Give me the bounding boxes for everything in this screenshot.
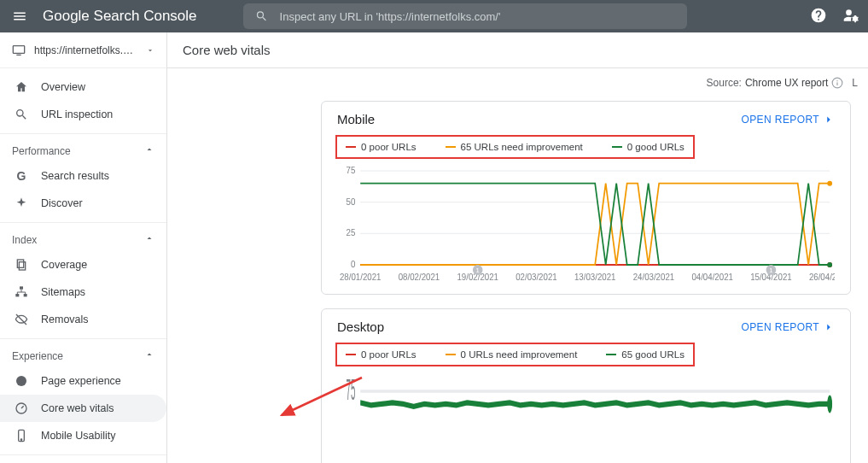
nav-heading-experience[interactable]: Experience <box>0 344 166 367</box>
svg-text:75: 75 <box>347 373 356 406</box>
svg-text:50: 50 <box>347 197 356 207</box>
card-title-mobile: Mobile <box>337 112 375 126</box>
chevron-up-icon <box>144 233 154 246</box>
nav-heading-index[interactable]: Index <box>0 228 166 251</box>
source-link[interactable]: Chrome UX report <box>745 77 828 89</box>
nav-core-web-vitals[interactable]: Core web vitals <box>0 395 166 422</box>
svg-point-45 <box>827 395 832 413</box>
legend-need: 65 URLs need improvement <box>446 142 583 152</box>
svg-rect-7 <box>15 294 19 296</box>
svg-rect-16 <box>837 82 838 85</box>
magnifier-icon <box>14 107 29 122</box>
svg-rect-2 <box>13 45 24 53</box>
nav-heading-performance[interactable]: Performance <box>0 139 166 162</box>
legend-good: 0 good URLs <box>612 142 684 152</box>
property-selector[interactable]: https://internetfolks.com/ <box>0 32 166 68</box>
nav-page-experience[interactable]: Page experience <box>0 367 166 395</box>
nav-url-inspection[interactable]: URL inspection <box>0 101 166 128</box>
svg-point-0 <box>846 9 852 15</box>
circle-plus-icon <box>14 373 29 389</box>
search-icon <box>255 9 268 23</box>
svg-point-10 <box>16 376 26 386</box>
svg-rect-6 <box>20 286 23 289</box>
svg-text:1: 1 <box>476 267 480 274</box>
phone-icon <box>14 428 29 443</box>
source-row: Source: Chrome UX report L <box>167 68 868 92</box>
chevron-right-icon <box>823 114 835 126</box>
svg-rect-5 <box>19 262 25 270</box>
svg-text:0: 0 <box>351 260 356 269</box>
page-title: Core web vitals <box>167 32 868 68</box>
svg-rect-4 <box>17 260 23 267</box>
svg-text:26/04/2021: 26/04/2021 <box>809 273 835 282</box>
svg-text:1: 1 <box>769 267 772 274</box>
svg-text:24/03/2021: 24/03/2021 <box>633 273 675 282</box>
svg-text:75: 75 <box>347 166 356 175</box>
sitemap-icon <box>14 284 29 300</box>
legend-mobile: 0 poor URLs 65 URLs need improvement 0 g… <box>335 135 695 159</box>
card-desktop: Desktop OPEN REPORT 0 poor URLs 0 URLs n… <box>321 308 851 463</box>
legend-need: 0 URLs need improvement <box>446 349 578 360</box>
sidebar: https://internetfolks.com/ Overview URL … <box>0 32 167 463</box>
help-icon[interactable] <box>810 7 827 26</box>
open-report-desktop[interactable]: OPEN REPORT <box>741 321 835 333</box>
svg-rect-3 <box>16 54 20 55</box>
dropdown-icon <box>146 46 154 55</box>
nav-mobile-usability[interactable]: Mobile Usability <box>0 422 166 449</box>
nav-removals[interactable]: Removals <box>0 306 166 333</box>
nav-sitemaps[interactable]: Sitemaps <box>0 278 166 306</box>
nav-overview[interactable]: Overview <box>0 73 166 101</box>
chevron-up-icon <box>144 144 154 157</box>
svg-point-13 <box>20 439 21 440</box>
legend-good: 65 good URLs <box>606 349 684 360</box>
open-report-mobile[interactable]: OPEN REPORT <box>741 114 835 126</box>
top-bar: Google Search Console <box>0 0 868 32</box>
card-title-desktop: Desktop <box>337 319 384 334</box>
svg-text:02/03/2021: 02/03/2021 <box>516 273 557 282</box>
svg-rect-8 <box>24 294 27 296</box>
monitor-icon <box>12 44 26 56</box>
speed-icon <box>14 401 29 416</box>
menu-icon[interactable] <box>9 5 31 27</box>
chevron-right-icon <box>823 321 835 333</box>
url-inspect-search[interactable] <box>243 3 687 29</box>
g-icon: G <box>14 168 29 184</box>
url-inspect-input[interactable] <box>280 10 675 23</box>
svg-text:08/02/2021: 08/02/2021 <box>399 273 440 282</box>
property-url: https://internetfolks.com/ <box>34 44 137 56</box>
home-icon <box>14 79 29 95</box>
nav-search-results[interactable]: GSearch results <box>0 162 166 190</box>
hidden-icon <box>14 312 29 327</box>
account-icon[interactable] <box>842 7 859 26</box>
svg-point-26 <box>827 181 832 186</box>
main-content: Core web vitals Source: Chrome UX report… <box>167 32 868 463</box>
card-mobile: Mobile OPEN REPORT 0 poor URLs 65 URLs n… <box>321 101 851 295</box>
nav-coverage[interactable]: Coverage <box>0 251 166 278</box>
svg-point-15 <box>837 80 838 81</box>
truncated-label: L <box>852 77 858 89</box>
svg-text:25: 25 <box>347 228 356 237</box>
legend-poor: 0 poor URLs <box>346 142 417 152</box>
logo-text: Google Search Console <box>43 8 197 25</box>
legend-poor: 0 poor URLs <box>346 349 417 360</box>
chart-mobile: 025507528/01/202108/02/202119/02/202102/… <box>322 161 850 294</box>
legend-desktop: 0 poor URLs 0 URLs need improvement 65 g… <box>335 343 695 366</box>
svg-text:04/04/2021: 04/04/2021 <box>691 273 733 282</box>
chevron-up-icon <box>144 349 154 362</box>
chart-desktop: 75 <box>322 368 850 463</box>
nav-discover[interactable]: Discover <box>0 190 166 217</box>
svg-text:28/01/2021: 28/01/2021 <box>340 273 382 282</box>
pages-icon <box>14 257 29 273</box>
info-icon[interactable] <box>831 77 843 89</box>
svg-point-27 <box>827 262 832 267</box>
svg-text:13/03/2021: 13/03/2021 <box>574 273 616 282</box>
discover-icon <box>14 196 29 211</box>
logo: Google Search Console <box>43 8 197 25</box>
